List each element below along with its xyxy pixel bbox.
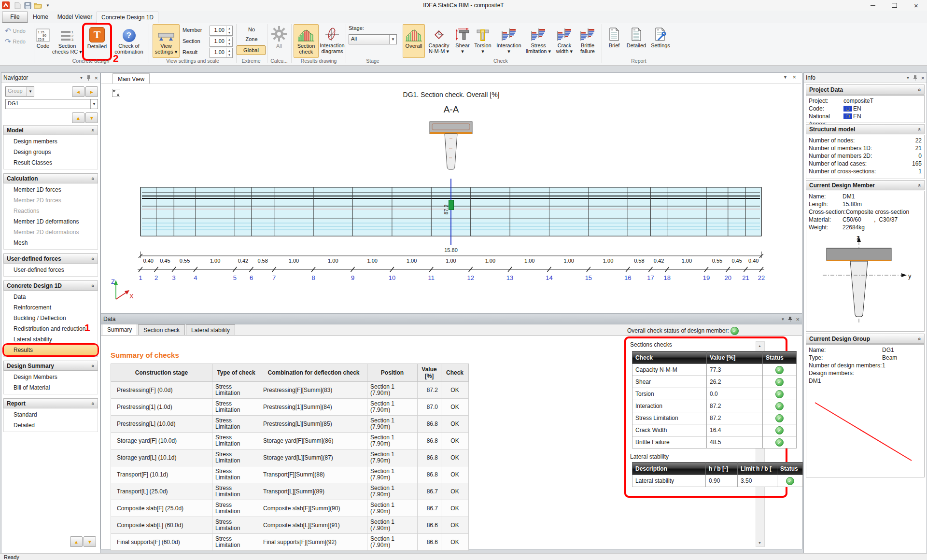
nav-item-redistribution-and-reduction[interactable]: Redistribution and reduction — [4, 323, 98, 334]
report-settings-button[interactable]: Settings — [649, 24, 672, 48]
nav-item-mesh[interactable]: Mesh — [4, 238, 98, 248]
nav-section-header-user-defined-forces[interactable]: User-defined forces« — [3, 253, 98, 264]
data-tab-section-check[interactable]: Section check — [138, 324, 185, 335]
summary-row[interactable]: Prestressing[F] (0.0d)Stress LimitationP… — [111, 382, 469, 399]
quick-access-dropdown-icon[interactable]: ▼ — [43, 1, 52, 9]
nav-item-member-1d-forces[interactable]: Member 1D forces — [4, 184, 98, 195]
stepper-arrows-icon[interactable]: ▲▼ — [226, 48, 232, 57]
redo-button[interactable]: ↷ Redo — [5, 37, 26, 46]
nav-section-header-model[interactable]: Model« — [3, 125, 98, 135]
check-capacity-button[interactable]: Capacity N-M-M ▾ — [425, 24, 453, 54]
prev-member-button[interactable]: ◄ — [72, 86, 84, 97]
code-button[interactable]: 1.159025.8 Code — [35, 25, 51, 49]
close-icon[interactable]: × — [796, 316, 800, 323]
extreme-no-option[interactable]: No — [238, 27, 266, 32]
nav-bottom-down-button[interactable]: ▼ — [84, 536, 96, 547]
stage-dropdown[interactable]: All▼ — [349, 34, 397, 44]
panel-menu-icon[interactable]: ▼ — [79, 76, 83, 80]
collapse-icon[interactable]: « — [90, 284, 96, 287]
extreme-global-option[interactable]: Global — [237, 45, 266, 55]
check-interaction-button[interactable]: Interaction ▾ — [494, 24, 523, 54]
tab-home[interactable]: Home — [28, 12, 53, 22]
current-group-dropdown[interactable]: DG1▼ — [5, 99, 98, 109]
check-torsion-button[interactable]: Torsion ▾ — [472, 24, 493, 54]
nav-bottom-up-button[interactable]: ▲ — [70, 536, 83, 547]
nav-section-header-design-summary[interactable]: Design Summary« — [3, 361, 98, 371]
interaction-diagrams-button[interactable]: Interaction diagrams — [319, 24, 346, 54]
nav-item-reinforcement[interactable]: Reinforcement — [4, 302, 98, 313]
nav-item-results[interactable]: Results — [4, 345, 98, 355]
tab-file[interactable]: File — [2, 12, 28, 23]
collapse-icon[interactable]: « — [90, 364, 96, 367]
nav-item-detailed[interactable]: Detailed — [4, 420, 98, 431]
member-scale-stepper[interactable]: 1.00▲▼ — [210, 26, 233, 36]
collapse-icon[interactable]: « — [90, 402, 96, 405]
data-tab-lateral-stability[interactable]: Lateral stability — [186, 324, 235, 335]
calculate-all-button[interactable]: All — [269, 25, 289, 49]
nav-item-design-members[interactable]: Design Members — [4, 372, 98, 382]
section-cut-line[interactable] — [450, 179, 451, 245]
scroll-down-icon[interactable]: ▼ — [756, 539, 763, 546]
current-design-member-header[interactable]: Current Design Member« — [806, 180, 925, 190]
nav-item-user-defined-forces[interactable]: User-defined forces — [4, 265, 98, 275]
result-scale-stepper[interactable]: 1.00▲▼ — [210, 48, 233, 58]
minimize-button[interactable] — [862, 0, 884, 11]
nav-item-member-2d-deformations[interactable]: Member 2D deformations — [4, 227, 98, 238]
nav-item-member-2d-forces[interactable]: Member 2D forces — [4, 195, 98, 206]
summary-row[interactable]: Composite slab[L] (60.0d)Stress Limitati… — [111, 517, 469, 534]
stepper-arrows-icon[interactable]: ▲▼ — [226, 37, 232, 46]
next-member-button[interactable]: ► — [85, 86, 98, 97]
summary-row[interactable]: Final supports[F] (60.0d)Stress Limitati… — [111, 534, 469, 551]
nav-section-header-report[interactable]: Report« — [3, 398, 98, 408]
section-scale-stepper[interactable]: 1.00▲▼ — [210, 37, 233, 47]
undo-button[interactable]: ↶ Undo — [5, 27, 26, 35]
summary-row[interactable]: Storage yard[F] (10.0d)Stress Limitation… — [111, 433, 469, 449]
open-folder-icon[interactable] — [33, 1, 42, 9]
nav-item-result-classes[interactable]: Result Classes — [4, 157, 98, 168]
close-icon[interactable]: × — [94, 74, 98, 82]
tab-concrete-design-1d[interactable]: Concrete Design 1D — [97, 12, 158, 23]
collapse-icon[interactable]: « — [90, 257, 96, 260]
summary-row[interactable]: Composite slab[F] (25.0d)Stress Limitati… — [111, 500, 469, 517]
section-checks-rc-button[interactable]: 123 Section checks RC ▾ — [51, 25, 83, 55]
save-icon[interactable] — [23, 1, 32, 9]
nav-item-design-members[interactable]: Design members — [4, 136, 98, 147]
current-design-group-header[interactable]: Current Design Group« — [806, 334, 925, 344]
nav-item-buckling-deflection[interactable]: Buckling / Deflection — [4, 313, 98, 323]
collapse-icon[interactable]: « — [917, 88, 923, 91]
nav-item-data[interactable]: Data — [4, 292, 98, 302]
section-check-button[interactable]: Section check — [294, 24, 319, 58]
collapse-icon[interactable]: « — [90, 177, 96, 180]
maximize-button[interactable] — [884, 0, 905, 11]
nav-item-reactions[interactable]: Reactions — [4, 206, 98, 216]
close-button[interactable]: × — [905, 0, 927, 11]
collapse-icon[interactable]: « — [90, 128, 96, 131]
summary-row[interactable]: Transport[L] (25.0d)Stress LimitationTra… — [111, 483, 469, 500]
nav-item-bill-of-material[interactable]: Bill of Material — [4, 382, 98, 393]
check-overall-button[interactable]: Overall — [403, 24, 425, 58]
view-close-icon[interactable]: × — [792, 73, 796, 81]
structural-model-header[interactable]: Structural model« — [806, 124, 925, 134]
stepper-arrows-icon[interactable]: ▲▼ — [226, 26, 232, 35]
check-of-combination-button[interactable]: ? Check of combination — [111, 25, 147, 55]
main-view-tab[interactable]: Main View — [112, 73, 150, 84]
tab-model-viewer[interactable]: Model Viewer — [54, 12, 96, 22]
check-brittle-failure-button[interactable]: Brittle failure — [576, 24, 599, 54]
new-file-icon[interactable] — [13, 1, 22, 9]
nav-section-header-calculation[interactable]: Calculation« — [3, 173, 98, 183]
nav-item-lateral-stability[interactable]: Lateral stability — [4, 334, 98, 345]
nav-section-header-concrete-design-1d[interactable]: Concrete Design 1D« — [3, 280, 98, 291]
collapse-icon[interactable]: « — [917, 183, 923, 186]
nav-item-member-1d-deformations[interactable]: Member 1D deformations — [4, 216, 98, 227]
pin-icon[interactable] — [788, 316, 792, 322]
project-data-header[interactable]: Project Data« — [806, 84, 925, 95]
group-mode-dropdown[interactable]: Group▼ — [5, 86, 34, 97]
nav-item-standard[interactable]: Standard — [4, 409, 98, 420]
close-icon[interactable]: × — [921, 74, 925, 82]
collapse-icon[interactable]: « — [917, 127, 923, 130]
pin-icon[interactable] — [86, 75, 91, 81]
data-tab-summary[interactable]: Summary — [102, 324, 137, 335]
extreme-zone-option[interactable]: Zone — [238, 36, 266, 42]
collapse-icon[interactable]: « — [917, 337, 923, 340]
check-stress-limitation-button[interactable]: Stress limitation ▾ — [524, 24, 552, 54]
